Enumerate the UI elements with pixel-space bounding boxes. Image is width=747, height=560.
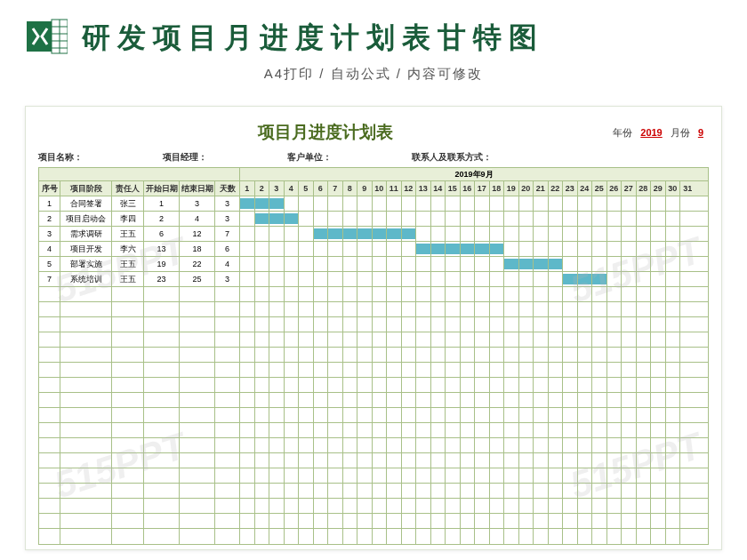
gantt-cell — [387, 272, 402, 286]
cell — [180, 378, 215, 392]
gantt-cell — [387, 378, 402, 392]
gantt-cell — [255, 484, 270, 498]
gantt-cell — [549, 317, 564, 332]
gantt-cell — [328, 227, 343, 241]
meta-manager: 项目经理： — [163, 151, 207, 164]
gantt-cell — [461, 484, 476, 498]
gantt-cell — [622, 302, 637, 316]
gantt-cell — [240, 423, 255, 437]
gantt-cell — [431, 332, 446, 347]
gantt-cell — [680, 257, 695, 271]
gantt-cell — [504, 453, 519, 468]
cell — [180, 468, 215, 483]
gantt-cell — [519, 423, 534, 437]
gantt-cell — [328, 484, 343, 498]
gantt-cell — [666, 242, 681, 256]
gantt-cell — [607, 287, 622, 301]
gantt-cell — [549, 378, 564, 392]
gantt-cell — [475, 499, 490, 513]
table-row: 3需求调研王五6127 — [39, 227, 708, 242]
gantt-cell — [475, 529, 490, 544]
gantt-cell — [269, 302, 285, 316]
cell — [180, 499, 215, 513]
svg-rect-0 — [27, 21, 53, 52]
gantt-cell — [240, 317, 255, 332]
cell — [180, 484, 215, 498]
gantt-cell — [519, 363, 534, 377]
gantt-cell — [563, 348, 578, 362]
gantt-cell — [446, 363, 461, 377]
gantt-cell — [534, 242, 549, 256]
gantt-cell — [578, 393, 593, 407]
cell — [39, 408, 60, 422]
gantt-cell — [285, 302, 300, 316]
gantt-cell — [563, 529, 578, 544]
cell — [215, 499, 240, 513]
gantt-cell — [549, 257, 564, 271]
gantt-cell — [402, 287, 417, 301]
table-row — [39, 302, 708, 317]
gantt-bar — [461, 244, 475, 253]
gantt-cell — [269, 332, 285, 347]
gantt-bar — [431, 244, 446, 253]
gantt-cell — [504, 529, 519, 544]
gantt-cell — [563, 514, 578, 528]
gantt-cell — [490, 227, 505, 241]
gantt-cell — [578, 484, 593, 498]
gantt-cell — [578, 287, 593, 301]
table-row — [39, 438, 708, 453]
gantt-cell — [387, 332, 402, 347]
gantt-cell — [622, 514, 637, 528]
cell — [215, 287, 240, 301]
gantt-cell — [285, 332, 300, 347]
gantt-cell — [461, 317, 476, 332]
gantt-cell — [592, 287, 607, 301]
gantt-cell — [299, 529, 314, 544]
cell — [215, 363, 240, 377]
gantt-cell — [343, 317, 358, 332]
gantt-cell — [563, 438, 578, 452]
gantt-cell — [490, 468, 505, 483]
gantt-cell — [680, 453, 695, 468]
cell: 4 — [180, 212, 215, 226]
meta-contact: 联系人及联系方式： — [412, 151, 492, 164]
gantt-cell — [519, 196, 534, 211]
gantt-cell — [402, 484, 417, 498]
cell — [180, 363, 215, 377]
gantt-cell — [373, 378, 388, 392]
gantt-cell — [637, 499, 652, 513]
gantt-cell — [357, 287, 373, 301]
gantt-cell — [534, 378, 549, 392]
gantt-cell — [534, 212, 549, 226]
gantt-cell — [285, 242, 300, 256]
gantt-cell — [431, 423, 446, 437]
gantt-cell — [563, 302, 578, 316]
table-row: 1合同签署张三133 — [39, 196, 708, 212]
gantt-cell — [504, 227, 519, 241]
cell — [215, 484, 240, 498]
gantt-cell — [402, 317, 417, 332]
gantt-cell — [240, 529, 255, 544]
gantt-cell — [240, 227, 255, 241]
gantt-cell — [343, 529, 358, 544]
gantt-cell — [240, 499, 255, 513]
gantt-cell — [357, 453, 373, 468]
gantt-cell — [269, 408, 285, 422]
gantt-cell — [446, 499, 461, 513]
gantt-cell — [519, 272, 534, 286]
gantt-cell — [299, 348, 314, 362]
gantt-cell — [446, 393, 461, 407]
gantt-cell — [446, 257, 461, 271]
month-header-row: 2019年9月 — [39, 168, 708, 181]
gantt-cell — [431, 363, 446, 377]
gantt-cell — [651, 242, 666, 256]
gantt-cell — [490, 514, 505, 528]
gantt-cell — [475, 453, 490, 468]
gantt-cell — [240, 438, 255, 452]
meta-row: 项目名称： 项目经理： 客户单位： 联系人及联系方式： — [38, 151, 709, 164]
gantt-cell — [240, 408, 255, 422]
gantt-cell — [578, 317, 593, 332]
gantt-cell — [666, 287, 681, 301]
gantt-bar — [328, 228, 342, 238]
gantt-cell — [431, 484, 446, 498]
